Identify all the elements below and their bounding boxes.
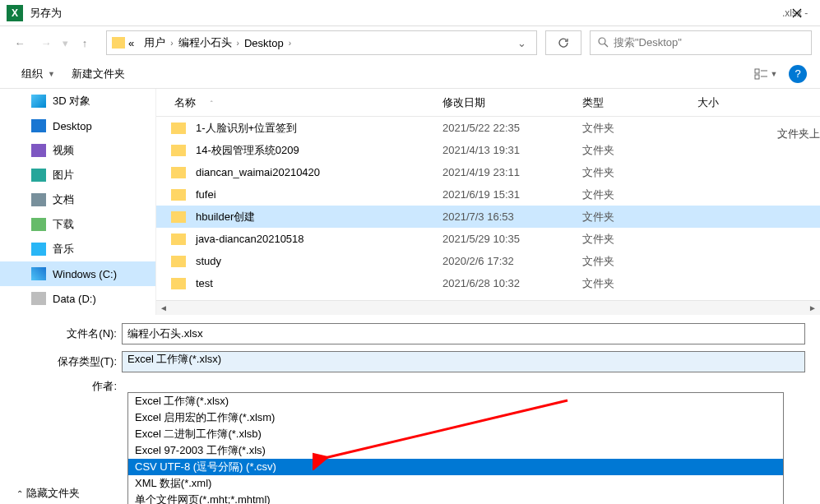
search-input[interactable]: 搜索"Desktop" <box>590 30 812 55</box>
file-row[interactable]: diancan_waimai202104202021/4/19 23:11文件夹 <box>156 161 820 183</box>
sidebar-item[interactable]: 下载 <box>0 212 155 237</box>
breadcrumb[interactable]: « 用户 › 编程小石头 › Desktop › ⌄ <box>106 30 537 55</box>
sidebar-item[interactable]: Windows (C:) <box>0 261 155 286</box>
hide-folders-link[interactable]: ⌃ 隐藏文件夹 <box>16 486 80 501</box>
search-icon <box>597 36 609 50</box>
desktop-icon <box>31 119 46 132</box>
dropdown-item[interactable]: Excel 97-2003 工作簿(*.xls) <box>128 442 783 459</box>
sidebar-item[interactable]: 文档 <box>0 187 155 212</box>
view-options-button[interactable]: ▼ <box>749 64 782 84</box>
folder-icon <box>171 145 186 156</box>
video-icon <box>31 144 46 157</box>
horizontal-scrollbar[interactable]: ◄ ► <box>156 300 820 315</box>
sidebar-item-label: Desktop <box>53 120 92 132</box>
filename-input[interactable] <box>122 323 805 344</box>
sidebar-item-label: 图片 <box>53 168 74 183</box>
file-row[interactable]: 1-人脸识别+位置签到2021/5/22 22:35文件夹 <box>156 117 820 139</box>
sidebar-item-label: Windows (C:) <box>53 268 117 280</box>
file-type: 文件夹 <box>582 187 697 202</box>
file-type: 文件夹 <box>582 121 697 136</box>
sidebar-item[interactable]: 视频 <box>0 138 155 163</box>
scroll-left-icon[interactable]: ◄ <box>156 302 171 315</box>
file-date: 2021/6/28 10:32 <box>442 277 582 289</box>
file-date: 2021/4/19 23:11 <box>442 166 582 178</box>
savetype-dropdown[interactable]: Excel 工作簿(*.xlsx)Excel 启用宏的工作簿(*.xlsm)Ex… <box>127 392 784 504</box>
col-type[interactable]: 类型 <box>582 95 697 110</box>
file-name: 1-人脸识别+位置签到 <box>196 121 442 136</box>
file-name: hbuilder创建 <box>196 210 442 224</box>
refresh-icon <box>558 37 569 49</box>
col-name[interactable]: 名称 ˆ <box>171 95 442 110</box>
refresh-button[interactable] <box>545 30 581 55</box>
sidebar: 3D 对象Desktop视频图片文档下载音乐Windows (C:)Data (… <box>0 89 156 315</box>
file-type: 文件夹 <box>582 276 697 291</box>
breadcrumb-sep: › <box>170 39 173 48</box>
breadcrumb-sep: › <box>289 39 291 48</box>
file-type: 文件夹 <box>582 232 697 247</box>
sidebar-item[interactable]: Data (D:) <box>0 286 155 311</box>
file-row[interactable]: hbuilder创建2021/7/3 16:53文件夹 <box>156 206 820 228</box>
col-name-label: 名称 <box>174 96 196 109</box>
file-date: 2021/5/29 10:35 <box>442 233 582 245</box>
breadcrumb-item[interactable]: 用户 <box>144 35 165 50</box>
dropdown-item[interactable]: XML 数据(*.xml) <box>128 475 783 492</box>
sidebar-item-label: Data (D:) <box>53 293 96 305</box>
column-headers: 名称 ˆ 修改日期 类型 大小 <box>156 89 820 117</box>
new-folder-button[interactable]: 新建文件夹 <box>63 63 133 85</box>
view-icon <box>754 68 769 80</box>
sidebar-item[interactable]: 3D 对象 <box>0 89 155 113</box>
nav-back[interactable]: ← <box>8 31 31 54</box>
file-date: 2020/2/6 17:32 <box>442 255 582 267</box>
help-button[interactable]: ? <box>789 65 807 83</box>
author-label: 作者: <box>15 379 122 394</box>
col-size[interactable]: 大小 <box>697 95 747 110</box>
music-icon <box>31 243 46 256</box>
folder-icon <box>171 189 186 201</box>
dropdown-item[interactable]: Excel 工作簿(*.xlsx) <box>128 393 783 409</box>
scroll-right-icon[interactable]: ► <box>805 302 820 315</box>
dropdown-item[interactable]: Excel 启用宏的工作簿(*.xlsm) <box>128 409 783 426</box>
filename-row: 文件名(N): <box>15 323 805 344</box>
savetype-select[interactable]: Excel 工作簿(*.xlsx) <box>122 351 805 372</box>
breadcrumb-item[interactable]: Desktop <box>244 37 284 49</box>
breadcrumb-root-sep: « <box>128 37 134 49</box>
organize-button[interactable]: 组织 ▼ <box>13 63 63 85</box>
nav-up[interactable]: ↑ <box>73 31 96 54</box>
pic-icon <box>31 169 46 182</box>
chevron-down-icon: ▼ <box>48 70 55 78</box>
blue3d-icon <box>31 95 46 108</box>
file-date: 2021/6/19 15:31 <box>442 188 582 201</box>
breadcrumb-dropdown[interactable]: ⌄ <box>512 37 531 49</box>
breadcrumb-item[interactable]: 编程小石头 <box>178 35 232 50</box>
file-row[interactable]: java-diancan202105182021/5/29 10:35文件夹 <box>156 228 820 250</box>
dropdown-item[interactable]: 单个文件网页(*.mht;*.mhtml) <box>128 492 783 504</box>
title-bar: X 另存为 <box>0 0 820 26</box>
file-row[interactable]: test2021/6/28 10:32文件夹 <box>156 272 820 294</box>
folder-icon <box>112 37 125 49</box>
excel-icon: X <box>7 5 23 21</box>
organize-label: 组织 <box>21 67 43 81</box>
win-icon <box>31 267 46 280</box>
file-type: 文件夹 <box>582 254 697 269</box>
filename-label: 文件名(N): <box>15 326 122 341</box>
file-type: 文件夹 <box>582 210 697 224</box>
dropdown-item[interactable]: CSV UTF-8 (逗号分隔) (*.csv) <box>128 459 783 475</box>
col-date[interactable]: 修改日期 <box>442 95 582 110</box>
file-name: study <box>196 255 442 267</box>
sidebar-item[interactable]: Desktop <box>0 113 155 138</box>
file-type: 文件夹 <box>582 165 697 180</box>
nav-bar: ← → ▾ ↑ « 用户 › 编程小石头 › Desktop › ⌄ 搜索"De… <box>0 26 820 59</box>
folder-icon <box>171 234 186 245</box>
sidebar-item[interactable]: 图片 <box>0 163 155 187</box>
file-row[interactable]: 14-校园管理系统02092021/4/13 19:31文件夹 <box>156 139 820 161</box>
main-area: 3D 对象Desktop视频图片文档下载音乐Windows (C:)Data (… <box>0 89 820 315</box>
file-row[interactable]: study2020/2/6 17:32文件夹 <box>156 250 820 272</box>
dropdown-item[interactable]: Excel 二进制工作簿(*.xlsb) <box>128 426 783 442</box>
nav-forward[interactable]: → <box>35 31 58 54</box>
svg-point-0 <box>599 38 605 44</box>
file-row[interactable]: fufei2021/6/19 15:31文件夹 <box>156 183 820 206</box>
sidebar-item[interactable]: 音乐 <box>0 237 155 261</box>
folder-icon <box>171 123 186 134</box>
file-date: 2021/7/3 16:53 <box>442 210 582 223</box>
sidebar-item-label: 音乐 <box>53 242 74 257</box>
